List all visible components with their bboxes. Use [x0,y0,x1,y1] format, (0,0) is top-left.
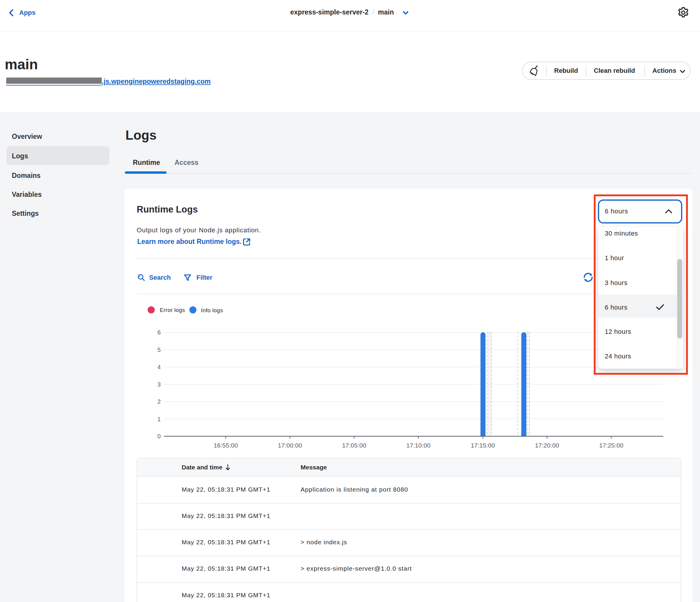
svg-text:0: 0 [157,433,161,439]
svg-text:17:25:00: 17:25:00 [599,442,623,449]
svg-text:5: 5 [157,346,161,353]
svg-text:4: 4 [157,364,161,370]
svg-text:17:05:00: 17:05:00 [342,442,366,449]
svg-text:3: 3 [157,381,161,388]
svg-text:16:55:00: 16:55:00 [214,442,238,449]
svg-text:6: 6 [157,329,161,336]
svg-text:17:10:00: 17:10:00 [406,442,430,449]
svg-text:17:00:00: 17:00:00 [278,442,302,449]
svg-text:17:15:00: 17:15:00 [471,442,495,449]
svg-text:1: 1 [157,416,161,423]
svg-text:17:20:00: 17:20:00 [535,442,559,449]
svg-text:2: 2 [157,399,161,405]
